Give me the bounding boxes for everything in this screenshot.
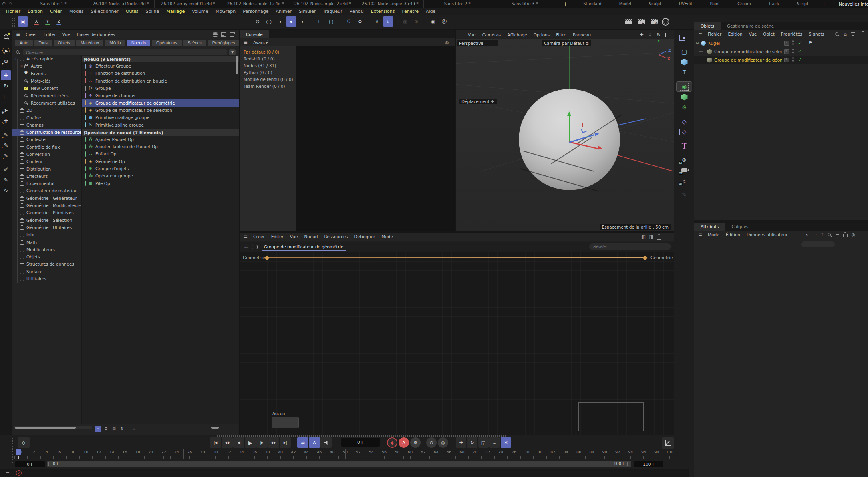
tree-item[interactable]: Modificateurs — [12, 246, 81, 253]
output-port-diamond[interactable] — [642, 255, 648, 260]
scale-tool[interactable]: ◱ — [1, 91, 11, 101]
target-icon[interactable]: ◎ — [851, 232, 855, 237]
tree-item[interactable]: Géométrie - Primitives — [12, 209, 81, 216]
search-icon[interactable] — [828, 233, 832, 237]
menu-item[interactable]: Maillage — [163, 8, 188, 15]
workplane-mode-b[interactable]: ⊕ — [411, 16, 421, 27]
points-mode[interactable]: ⊙ — [252, 16, 263, 27]
filter-tab[interactable]: Auto — [15, 40, 33, 46]
light-object[interactable]: ☼ ST — [677, 176, 692, 185]
key-presets-button[interactable]: ◎ — [438, 437, 448, 448]
object-menu-item[interactable]: Signets — [806, 32, 828, 36]
hamburger-icon[interactable]: ≡ — [697, 31, 704, 37]
object-row[interactable]: Groupe de modificateur de sélection ✎ ✓ — [694, 47, 868, 56]
asset-menu-item[interactable]: Editer — [40, 32, 59, 37]
menu-item[interactable]: Sélectionner — [87, 8, 122, 15]
menu-item[interactable]: Outils — [122, 8, 142, 15]
horizontal-scrollbar[interactable] — [15, 427, 76, 429]
tree-item[interactable]: Experimental — [12, 180, 81, 187]
layout-tab[interactable]: UVEdit — [670, 0, 701, 8]
asset-item[interactable]: ◈ Géométrie Op — [82, 158, 239, 165]
rotate-tool[interactable]: ↻ — [1, 81, 11, 91]
tweak-tool[interactable]: ⚙ ➤ — [1, 56, 11, 66]
playhead[interactable] — [16, 449, 21, 455]
tree-item[interactable]: Récemment utilisées — [12, 99, 81, 107]
viewport-menu-item[interactable]: Panneau — [570, 32, 594, 37]
render-view-button[interactable] — [623, 16, 634, 27]
tree-item[interactable]: Champs — [12, 121, 81, 129]
tree-item[interactable]: 2D — [12, 107, 81, 114]
object-menu-item[interactable]: Vue — [746, 32, 760, 36]
popout-icon[interactable] — [665, 235, 669, 239]
back-icon[interactable]: ← — [806, 232, 810, 237]
object-menu-item[interactable]: Propriétés — [778, 32, 806, 36]
record-parameter-button[interactable]: ≡ — [489, 437, 500, 448]
menu-item[interactable]: Créer — [46, 8, 66, 15]
modeling-pen-tool[interactable]: ✎ ∴ — [1, 151, 11, 160]
popout-icon[interactable] — [859, 233, 863, 237]
autokey-marker-button[interactable]: A — [309, 437, 320, 448]
menu-item[interactable]: Modes — [66, 8, 87, 15]
preview-range-bar[interactable]: 0 F 100 F — [47, 461, 631, 467]
gizmo-y-axis[interactable] — [569, 115, 570, 142]
layout-tab[interactable]: Model — [610, 0, 640, 8]
tree-item[interactable]: Structures de données — [12, 260, 81, 268]
filter-tab[interactable]: Scènes — [183, 40, 206, 46]
asset-item[interactable]: ∷ Enfant Op — [82, 150, 239, 157]
visibility-dots[interactable] — [792, 57, 794, 62]
asset-item[interactable]: ◎ Effecteur Groupe — [82, 62, 239, 70]
node-menu-item[interactable]: Mode — [378, 234, 396, 239]
record-rotation-button[interactable]: ↻ — [467, 437, 477, 448]
node-menu-item[interactable]: Créer — [250, 234, 268, 239]
viewport-menu-item[interactable]: Affichage — [504, 32, 530, 37]
input-port-diamond[interactable] — [264, 255, 270, 260]
tree-item[interactable]: ⊟ Accès rapide — [12, 55, 81, 62]
dolly-view-icon[interactable]: ↕ — [648, 32, 652, 38]
next-frame-button[interactable]: |▶ — [256, 437, 268, 448]
menu-item[interactable]: Animer — [272, 8, 296, 15]
view-label[interactable]: Perspective — [457, 40, 498, 46]
node-menu-item[interactable]: Noeud — [301, 234, 321, 239]
console-tab[interactable]: Console — [240, 30, 269, 38]
node-menu-item[interactable]: Ressources — [321, 234, 351, 239]
tree-item[interactable]: Géométrie - Sélection — [12, 217, 81, 224]
menu-item[interactable]: Édition — [24, 8, 46, 15]
lock-y-axis[interactable]: Y — [42, 16, 53, 27]
viewport-menu-item[interactable]: Vue — [465, 32, 479, 37]
document-tab[interactable]: 26.102_Node...mple_1.c4d * — [222, 0, 289, 8]
tree-item[interactable]: Math — [12, 238, 81, 246]
document-tab[interactable]: Sans titre 1 * — [20, 0, 87, 8]
add-layout-button[interactable]: + — [817, 0, 831, 8]
up-icon[interactable]: ↑ — [820, 232, 824, 237]
range-end-grip[interactable] — [627, 462, 630, 466]
viewport-menu-item[interactable]: Options — [530, 32, 553, 37]
symmetry-object[interactable] — [677, 141, 692, 151]
quantize-toggle[interactable]: # — [372, 16, 382, 27]
render-settings-button[interactable] — [649, 16, 659, 27]
node-connection-wire[interactable] — [269, 257, 644, 258]
console-log-area[interactable] — [296, 46, 455, 231]
download-button[interactable]: ↓ — [131, 426, 137, 432]
filter-icon[interactable] — [836, 233, 840, 237]
hamburger-icon[interactable]: ≡ — [242, 40, 249, 45]
maximize-view-icon[interactable] — [665, 33, 670, 37]
fcurve-editor-button[interactable] — [662, 437, 674, 449]
toolbar-grip[interactable] — [12, 18, 15, 27]
axis-gizmo-y[interactable] — [659, 44, 659, 54]
asset-item[interactable]: S Primitive spline groupe — [82, 121, 239, 128]
popout-icon[interactable] — [230, 32, 234, 37]
asset-search-input[interactable] — [23, 49, 227, 55]
database-icon[interactable] — [213, 32, 218, 34]
node-menu-item[interactable]: Editer — [268, 234, 287, 239]
end-frame-field[interactable]: 100 F — [634, 461, 663, 467]
node-menu-item[interactable]: Vue — [287, 234, 301, 239]
search-icon[interactable] — [835, 32, 840, 36]
polygon-pen-tool[interactable]: ✎ ▪ — [1, 140, 11, 150]
prev-key-button[interactable]: ◀◆ — [222, 437, 233, 448]
pan-view-icon[interactable]: ✚ — [640, 32, 643, 38]
view-columns-button[interactable]: ▤ — [111, 426, 117, 432]
uv-mode[interactable]: ◗ — [297, 16, 308, 27]
record-keyframe-button[interactable]: ◆ — [387, 437, 397, 448]
gizmo-plane-handle-x[interactable] — [579, 123, 583, 127]
asset-item[interactable]: ⁂ Ajouter Tableau de Paquet Op — [82, 143, 239, 150]
